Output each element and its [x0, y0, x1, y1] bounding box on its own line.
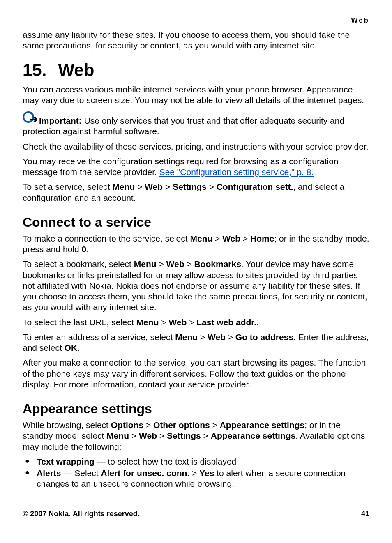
list-item: Alerts — Select Alert for unsec. conn. >…	[23, 468, 369, 490]
running-header: Web	[23, 16, 369, 25]
browsing-paragraph: After you make a connection to the servi…	[23, 357, 369, 390]
availability-paragraph: Check the availability of these services…	[23, 141, 369, 152]
list-item: Text wrapping — to select how the text i…	[23, 456, 369, 467]
important-note: Important: Use only services that you tr…	[23, 111, 369, 137]
intro-continuation-paragraph: assume any liability for these sites. If…	[23, 30, 369, 51]
copyright-text: © 2007 Nokia. All rights reserved.	[23, 510, 140, 518]
connect-home-paragraph: To make a connection to the service, sel…	[23, 233, 369, 255]
config-message-paragraph: You may receive the configuration settin…	[23, 156, 369, 178]
bookmarks-paragraph: To select a bookmark, select Menu > Web …	[23, 259, 369, 313]
appearance-intro-paragraph: While browsing, select Options > Other o…	[23, 420, 369, 452]
chapter-heading: 15.Web	[23, 60, 369, 80]
page-footer: © 2007 Nokia. All rights reserved. 41	[23, 510, 369, 518]
important-icon	[23, 111, 38, 126]
web-intro-paragraph: You can access various mobile internet s…	[23, 84, 369, 106]
set-service-paragraph: To set a service, select Menu > Web > Se…	[23, 182, 369, 203]
config-service-link[interactable]: See "Configuration setting service," p. …	[159, 167, 314, 177]
appearance-options-list: Text wrapping — to select how the text i…	[23, 456, 369, 490]
page-number: 41	[361, 510, 369, 518]
important-label: Important:	[39, 116, 82, 125]
chapter-number: 15.	[23, 60, 46, 80]
appearance-heading: Appearance settings	[23, 401, 369, 416]
last-url-paragraph: To select the last URL, select Menu > We…	[23, 317, 369, 328]
chapter-title: Web	[58, 60, 94, 80]
connect-heading: Connect to a service	[23, 215, 369, 230]
enter-address-paragraph: To enter an address of a service, select…	[23, 332, 369, 354]
